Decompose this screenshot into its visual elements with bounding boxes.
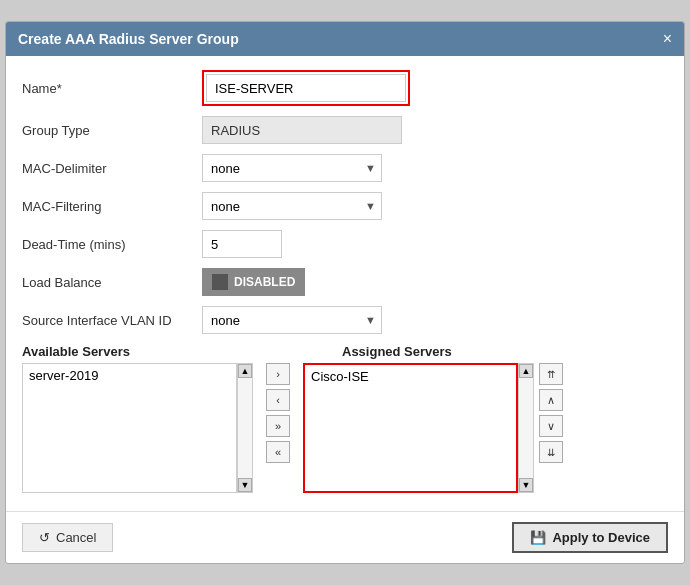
mac-filtering-select[interactable]: none	[202, 192, 382, 220]
servers-section: Available Servers Assigned Servers serve…	[22, 344, 668, 493]
load-balance-row: Load Balance DISABLED	[22, 268, 668, 296]
assigned-scroll-up-icon[interactable]: ▲	[519, 364, 533, 378]
sort-down-button[interactable]: ∨	[539, 415, 563, 437]
modal-body: Name* Group Type RADIUS MAC-Delimiter no…	[6, 56, 684, 503]
dead-time-row: Dead-Time (mins)	[22, 230, 668, 258]
available-servers-label: Available Servers	[22, 344, 242, 359]
toggle-indicator-icon	[212, 274, 228, 290]
assigned-scrollbar: ▲ ▼	[518, 363, 534, 493]
group-type-row: Group Type RADIUS	[22, 116, 668, 144]
available-scroll-up-icon[interactable]: ▲	[238, 364, 252, 378]
cancel-icon: ↺	[39, 530, 50, 545]
cancel-button[interactable]: ↺ Cancel	[22, 523, 113, 552]
move-left-button[interactable]: ‹	[266, 389, 290, 411]
name-label: Name*	[22, 81, 202, 96]
available-servers-list[interactable]: server-2019	[22, 363, 237, 493]
group-type-value: RADIUS	[202, 116, 402, 144]
assigned-servers-label: Assigned Servers	[342, 344, 452, 359]
sort-up-button[interactable]: ∧	[539, 389, 563, 411]
apply-label: Apply to Device	[552, 530, 650, 545]
mac-delimiter-row: MAC-Delimiter none colon hyphen period ▼	[22, 154, 668, 182]
load-balance-label: Load Balance	[22, 275, 202, 290]
available-server-item[interactable]: server-2019	[23, 364, 236, 387]
available-list-container: server-2019 ▲ ▼	[22, 363, 253, 493]
modal-header: Create AAA Radius Server Group ×	[6, 22, 684, 56]
assigned-servers-list[interactable]: Cisco-ISE	[303, 363, 518, 493]
dead-time-input[interactable]	[202, 230, 282, 258]
assigned-server-item[interactable]: Cisco-ISE	[305, 365, 516, 388]
dead-time-label: Dead-Time (mins)	[22, 237, 202, 252]
mac-delimiter-select[interactable]: none colon hyphen period	[202, 154, 382, 182]
source-vlan-select[interactable]: none	[202, 306, 382, 334]
servers-lists-container: server-2019 ▲ ▼ › ‹ » «	[22, 363, 668, 493]
mac-filtering-label: MAC-Filtering	[22, 199, 202, 214]
sort-top-button[interactable]: ⇈	[539, 363, 563, 385]
available-scrollbar: ▲ ▼	[237, 363, 253, 493]
source-vlan-wrapper: none ▼	[202, 306, 382, 334]
close-button[interactable]: ×	[663, 30, 672, 48]
mac-filtering-row: MAC-Filtering none ▼	[22, 192, 668, 220]
modal-title: Create AAA Radius Server Group	[18, 31, 239, 47]
apply-to-device-button[interactable]: 💾 Apply to Device	[512, 522, 668, 553]
source-vlan-label: Source Interface VLAN ID	[22, 313, 202, 328]
cancel-label: Cancel	[56, 530, 96, 545]
name-highlight-box	[202, 70, 410, 106]
apply-icon: 💾	[530, 530, 546, 545]
load-balance-toggle[interactable]: DISABLED	[202, 268, 305, 296]
modal-footer: ↺ Cancel 💾 Apply to Device	[6, 511, 684, 563]
assigned-list-container: Cisco-ISE ▲ ▼	[303, 363, 534, 493]
name-input[interactable]	[206, 74, 406, 102]
servers-label-row: Available Servers Assigned Servers	[22, 344, 668, 359]
modal-dialog: Create AAA Radius Server Group × Name* G…	[5, 21, 685, 564]
mac-filtering-wrapper: none ▼	[202, 192, 382, 220]
source-vlan-row: Source Interface VLAN ID none ▼	[22, 306, 668, 334]
sort-bottom-button[interactable]: ⇊	[539, 441, 563, 463]
name-row: Name*	[22, 70, 668, 106]
move-all-right-button[interactable]: »	[266, 415, 290, 437]
move-all-left-button[interactable]: «	[266, 441, 290, 463]
toggle-label: DISABLED	[234, 275, 295, 289]
available-scroll-down-icon[interactable]: ▼	[238, 478, 252, 492]
assigned-scroll-down-icon[interactable]: ▼	[519, 478, 533, 492]
move-right-button[interactable]: ›	[266, 363, 290, 385]
mac-delimiter-wrapper: none colon hyphen period ▼	[202, 154, 382, 182]
group-type-label: Group Type	[22, 123, 202, 138]
mac-delimiter-label: MAC-Delimiter	[22, 161, 202, 176]
sort-controls: ⇈ ∧ ∨ ⇊	[534, 363, 564, 463]
transfer-controls: › ‹ » «	[253, 363, 303, 463]
